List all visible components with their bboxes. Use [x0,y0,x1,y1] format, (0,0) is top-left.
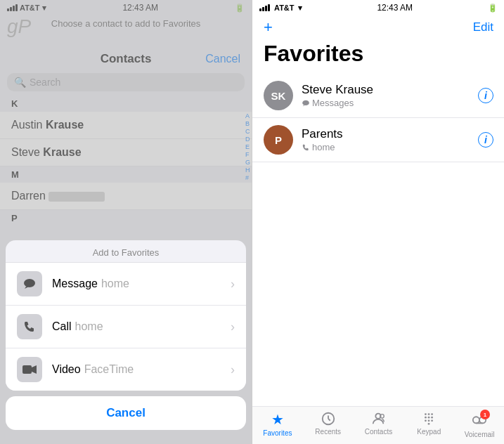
svg-point-18 [428,419,430,422]
fav-sub-parents: home [302,142,478,152]
message-label: Message [52,278,98,290]
svg-point-17 [425,419,427,422]
avatar-sk: SK [264,81,293,110]
video-icon [17,357,42,382]
svg-point-12 [428,413,430,415]
voicemail-badge: 1 [480,410,490,419]
call-icon [17,314,42,339]
svg-point-11 [425,413,427,415]
svg-point-15 [428,417,430,419]
video-label: Video [52,363,81,376]
favorite-item-parents[interactable]: P Parents home i [252,118,504,162]
right-carrier: AT&T ▾ [259,4,302,13]
favorites-tab-icon: ★ [271,411,284,428]
modal-header: Add to Favorites [6,240,246,263]
call-sub: home [75,320,103,333]
keypad-tab-icon [421,411,437,426]
favorites-list: SK Steve Krause Messages i P Parents hom… [252,74,504,406]
keypad-tab-label: Keypad [417,428,441,436]
tab-favorites[interactable]: ★ Favorites [252,411,303,438]
svg-marker-3 [32,365,37,374]
fav-name-steve: Steve Krause [302,83,478,97]
svg-point-19 [431,419,433,422]
right-signal-icon [259,4,270,11]
svg-point-4 [302,100,309,105]
modal-item-video[interactable]: Video FaceTime › [6,348,246,391]
tab-keypad[interactable]: Keypad [403,411,454,438]
svg-point-16 [431,417,433,419]
info-button-parents[interactable]: i [478,132,493,148]
right-battery-icon: 🔋 [488,4,498,13]
phone-sub-icon [302,143,310,152]
modal-cancel-button[interactable]: Cancel [6,396,246,430]
call-label: Call [52,320,72,333]
info-button-steve[interactable]: i [478,88,493,103]
message-sub-icon [302,99,310,107]
message-sub: home [101,278,129,290]
right-panel: AT&T ▾ 12:43 AM 🔋 + Edit Favorites SK St… [252,0,504,444]
contacts-tab-label: Contacts [365,428,392,436]
edit-button[interactable]: Edit [473,20,493,34]
svg-line-8 [328,419,330,421]
modal-card: Add to Favorites Message home › Call hom… [6,240,246,391]
favorites-nav: + Edit [252,15,504,41]
favorite-item-steve[interactable]: SK Steve Krause Messages i [252,74,504,118]
recents-tab-icon [321,411,336,426]
svg-marker-5 [303,105,306,106]
add-favorite-button[interactable]: + [264,18,273,37]
voicemail-tab-label: Voicemail [465,431,495,438]
svg-point-13 [431,413,433,415]
video-chevron: › [231,363,235,377]
fav-sub-steve: Messages [302,98,478,108]
tab-recents[interactable]: Recents [303,411,354,438]
modal-item-message[interactable]: Message home › [6,263,246,306]
right-carrier-label: AT&T [274,4,295,12]
message-icon [17,271,42,296]
svg-point-20 [428,423,430,425]
fav-info-parents: Parents home [302,127,478,152]
svg-rect-2 [22,365,32,374]
left-panel: AT&T ▾ 12:43 AM 🔋 gP Choose a contact to… [0,0,252,444]
message-chevron: › [231,277,235,292]
right-wifi-icon: ▾ [298,4,302,13]
favorites-title: Favorites [252,41,504,74]
video-sub: FaceTime [84,363,134,376]
svg-point-0 [24,279,35,287]
tab-bar: ★ Favorites Recents Contacts [252,406,504,444]
voicemail-badge-container: 1 [472,411,487,429]
modal-item-call[interactable]: Call home › [6,306,246,348]
svg-point-21 [473,417,479,423]
recents-tab-label: Recents [315,428,341,436]
contacts-tab-icon [370,411,386,426]
favorites-tab-label: Favorites [263,429,292,437]
tab-voicemail[interactable]: 1 Voicemail [454,411,504,438]
fav-name-parents: Parents [302,127,478,141]
right-battery: 🔋 [488,4,498,13]
avatar-p: P [264,125,293,155]
call-chevron: › [231,320,235,334]
svg-point-14 [425,417,427,419]
right-status-bar: AT&T ▾ 12:43 AM 🔋 [252,0,504,15]
tab-contacts[interactable]: Contacts [354,411,404,438]
right-time: 12:43 AM [377,3,413,13]
add-to-favorites-modal: Add to Favorites Message home › Call hom… [0,235,252,444]
fav-info-steve: Steve Krause Messages [302,83,478,108]
